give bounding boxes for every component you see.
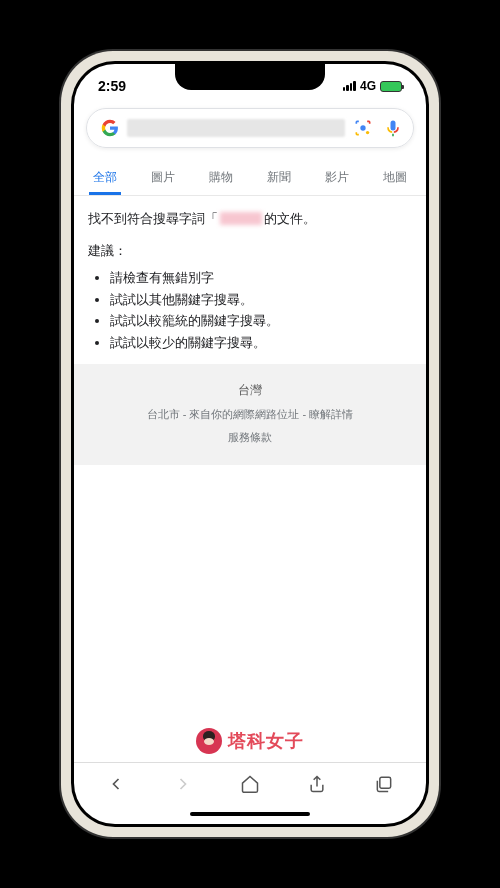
forward-button[interactable] <box>163 764 203 804</box>
back-button[interactable] <box>96 764 136 804</box>
tab-shopping[interactable]: 購物 <box>192 158 250 195</box>
watermark-avatar-icon <box>196 728 222 754</box>
battery-icon <box>380 81 402 92</box>
tab-all[interactable]: 全部 <box>76 158 134 195</box>
search-container <box>74 102 426 148</box>
search-actions <box>353 118 403 138</box>
chevron-left-icon <box>106 774 126 794</box>
list-item: 試試以較少的關鍵字搜尋。 <box>110 333 412 353</box>
home-indicator[interactable] <box>74 804 426 824</box>
tab-news[interactable]: 新聞 <box>250 158 308 195</box>
suggestions-title: 建議： <box>88 242 412 260</box>
no-results-message: 找不到符合搜尋字詞「的文件。 <box>88 210 412 228</box>
spacer <box>74 465 426 722</box>
search-tabs: 全部 圖片 購物 新聞 影片 地圖 <box>74 158 426 196</box>
no-results-block: 找不到符合搜尋字詞「的文件。 建議： 請檢查有無錯別字 試試以其他關鍵字搜尋。 … <box>74 196 426 364</box>
footer-info: 台灣 台北市 - 來自你的網際網路位址 - 瞭解詳情 服務條款 <box>74 364 426 465</box>
phone-bezel: 2:59 4G <box>71 61 429 827</box>
screen: 2:59 4G <box>74 64 426 824</box>
tab-images[interactable]: 圖片 <box>134 158 192 195</box>
content-area: 找不到符合搜尋字詞「的文件。 建議： 請檢查有無錯別字 試試以其他關鍵字搜尋。 … <box>74 196 426 762</box>
search-bar[interactable] <box>86 108 414 148</box>
share-icon <box>307 774 327 794</box>
browser-toolbar <box>74 762 426 804</box>
tabs-button[interactable] <box>364 764 404 804</box>
chevron-right-icon <box>173 774 193 794</box>
suggestions-list: 請檢查有無錯別字 試試以其他關鍵字搜尋。 試試以較籠統的關鍵字搜尋。 試試以較少… <box>88 268 412 352</box>
tabs-icon <box>374 774 394 794</box>
tab-videos[interactable]: 影片 <box>308 158 366 195</box>
footer-location[interactable]: 台北市 - 來自你的網際網路位址 - 瞭解詳情 <box>84 407 416 422</box>
network-label: 4G <box>360 79 376 93</box>
list-item: 試試以其他關鍵字搜尋。 <box>110 290 412 310</box>
share-button[interactable] <box>297 764 337 804</box>
signal-icon <box>343 81 356 91</box>
footer-country: 台灣 <box>84 382 416 399</box>
svg-point-0 <box>360 125 365 130</box>
watermark: 塔科女子 <box>74 722 426 762</box>
google-logo-icon <box>101 119 119 137</box>
phone-frame: 2:59 4G <box>61 51 439 837</box>
footer-terms[interactable]: 服務條款 <box>84 430 416 445</box>
svg-rect-2 <box>380 777 391 788</box>
notch <box>175 64 325 90</box>
status-time: 2:59 <box>98 78 126 94</box>
status-right: 4G <box>343 79 402 93</box>
home-icon <box>240 774 260 794</box>
redacted-query <box>220 212 262 225</box>
google-lens-icon[interactable] <box>353 118 373 138</box>
list-item: 請檢查有無錯別字 <box>110 268 412 288</box>
search-input[interactable] <box>127 119 345 137</box>
list-item: 試試以較籠統的關鍵字搜尋。 <box>110 311 412 331</box>
tab-maps[interactable]: 地圖 <box>366 158 424 195</box>
watermark-text: 塔科女子 <box>228 729 304 753</box>
home-button[interactable] <box>230 764 270 804</box>
voice-search-icon[interactable] <box>383 118 403 138</box>
svg-point-1 <box>366 131 369 134</box>
